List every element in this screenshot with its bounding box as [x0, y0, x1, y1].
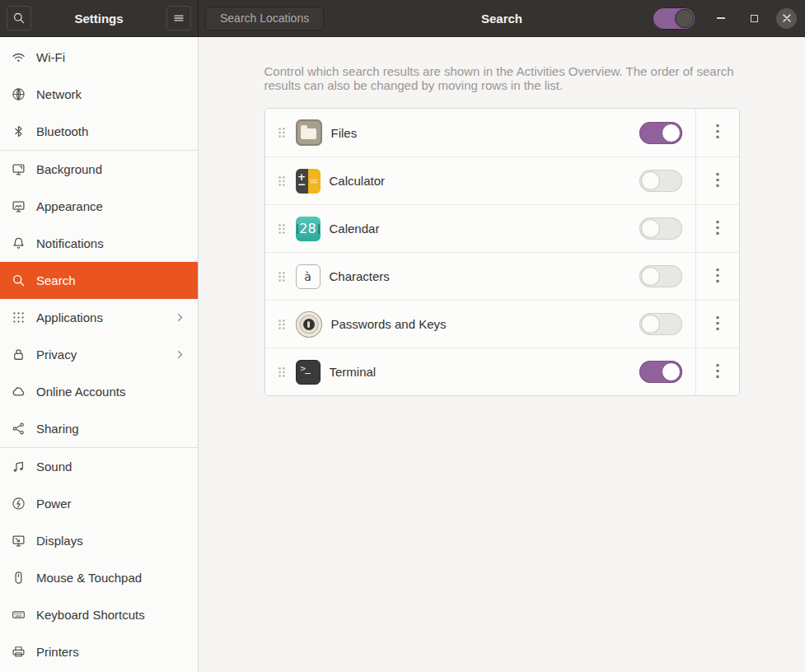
- headerbar-right: Search Locations Search: [199, 0, 805, 36]
- kebab-icon: [716, 221, 719, 237]
- switch-knob: [641, 315, 660, 334]
- row-menu-button[interactable]: [696, 301, 739, 348]
- kebab-icon: [716, 316, 719, 333]
- passwords-and-keys-app-icon: [296, 311, 322, 338]
- sidebar-item-privacy[interactable]: Privacy: [0, 336, 198, 373]
- search-row-calendar: 28 Calendar: [265, 204, 739, 252]
- settings-window: Settings Search Locations Search Wi-Fi N…: [0, 0, 805, 672]
- maximize-icon: [751, 15, 758, 22]
- minimize-button[interactable]: [710, 7, 732, 29]
- row-menu-button[interactable]: [696, 205, 739, 253]
- sound-icon: [12, 460, 26, 474]
- sidebar-item-online-accounts[interactable]: Online Accounts: [0, 373, 198, 410]
- switch-knob: [662, 124, 681, 142]
- drag-handle-icon[interactable]: [278, 318, 286, 331]
- sidebar-item-label: Displays: [36, 534, 83, 548]
- row-label: Terminal: [330, 365, 639, 379]
- sidebar-item-label: Keyboard Shortcuts: [36, 608, 145, 622]
- sidebar-item-label: Sound: [36, 460, 72, 474]
- master-search-switch[interactable]: [653, 7, 695, 30]
- sidebar-item-sound[interactable]: Sound: [0, 448, 198, 485]
- close-button[interactable]: [776, 8, 797, 29]
- notifications-icon: [12, 236, 26, 250]
- row-label: Calendar: [330, 222, 639, 236]
- sidebar-item-label: Power: [36, 497, 72, 511]
- wifi-icon: [12, 50, 26, 64]
- applications-icon: [12, 310, 26, 324]
- sidebar-item-bluetooth[interactable]: Bluetooth: [0, 113, 198, 150]
- sidebar-item-displays[interactable]: Displays: [0, 522, 198, 559]
- sidebar-item-mouse[interactable]: Mouse & Touchpad: [0, 559, 198, 596]
- search-row-characters: à Characters: [265, 252, 739, 300]
- content-area: Control which search results are shown i…: [199, 37, 805, 672]
- sidebar-item-label: Online Accounts: [36, 385, 125, 399]
- row-switch[interactable]: [639, 217, 682, 240]
- drag-handle-icon[interactable]: [278, 126, 286, 139]
- row-label: Files: [331, 126, 639, 140]
- drag-handle-icon[interactable]: [278, 270, 286, 283]
- sidebar-item-label: Network: [36, 87, 82, 101]
- sidebar-item-label: Sharing: [36, 422, 79, 436]
- sidebar-item-label: Search: [36, 273, 76, 287]
- row-switch[interactable]: [639, 313, 682, 335]
- drag-handle-icon[interactable]: [278, 175, 286, 188]
- window-body: Wi-Fi Network Bluetooth Background Appea…: [0, 37, 805, 672]
- search-icon: [12, 273, 26, 287]
- sidebar-item-appearance[interactable]: Appearance: [0, 188, 198, 225]
- displays-icon: [12, 534, 26, 548]
- sidebar-item-label: Printers: [36, 645, 79, 659]
- kebab-icon: [716, 364, 719, 380]
- row-switch[interactable]: [639, 361, 682, 383]
- sidebar-item-label: Applications: [36, 310, 103, 324]
- sidebar-item-label: Privacy: [36, 348, 77, 362]
- hamburger-icon: [172, 12, 185, 25]
- calculator-app-icon: +−=: [296, 169, 321, 194]
- headerbar: Settings Search Locations Search: [0, 0, 805, 37]
- sidebar-item-wifi[interactable]: Wi-Fi: [0, 39, 198, 76]
- sidebar-item-notifications[interactable]: Notifications: [0, 225, 198, 262]
- sidebar-item-sharing[interactable]: Sharing: [0, 410, 198, 447]
- sidebar-item-background[interactable]: Background: [0, 151, 198, 188]
- page-title: Search: [481, 12, 522, 26]
- row-menu-button[interactable]: [696, 348, 739, 396]
- power-icon: [12, 497, 26, 511]
- sidebar-item-network[interactable]: Network: [0, 76, 198, 113]
- sidebar-search-button[interactable]: [7, 6, 31, 30]
- appearance-icon: [12, 199, 26, 213]
- sidebar-item-keyboard[interactable]: Keyboard Shortcuts: [0, 596, 198, 633]
- printers-icon: [12, 645, 26, 659]
- switch-knob: [641, 171, 660, 190]
- maximize-button[interactable]: [743, 7, 765, 29]
- search-row-terminal: >_ Terminal: [265, 348, 739, 395]
- sidebar-item-applications[interactable]: Applications: [0, 299, 198, 336]
- switch-knob: [641, 219, 660, 238]
- sidebar-item-printers[interactable]: Printers: [0, 633, 198, 670]
- header-controls: [653, 7, 797, 30]
- row-menu-button[interactable]: [696, 109, 739, 156]
- row-switch[interactable]: [639, 265, 682, 287]
- sidebar-nav: Wi-Fi Network Bluetooth Background Appea…: [0, 37, 199, 672]
- bluetooth-icon: [12, 124, 26, 138]
- sidebar-item-power[interactable]: Power: [0, 485, 198, 522]
- privacy-icon: [12, 348, 26, 362]
- sidebar-item-label: Mouse & Touchpad: [36, 571, 142, 585]
- row-menu-button[interactable]: [696, 253, 739, 301]
- row-label: Passwords and Keys: [331, 317, 639, 331]
- row-menu-button[interactable]: [696, 157, 739, 205]
- primary-menu-button[interactable]: [166, 6, 191, 30]
- page-description: Control which search results are shown i…: [264, 64, 740, 92]
- sidebar-item-label: Appearance: [36, 199, 103, 213]
- search-row-passwords-and-keys: Passwords and Keys: [265, 300, 739, 348]
- search-row-calculator: +−= Calculator: [265, 156, 739, 204]
- chevron-right-icon: [174, 311, 186, 324]
- row-switch[interactable]: [639, 170, 682, 192]
- keyboard-icon: [12, 608, 26, 622]
- drag-handle-icon[interactable]: [278, 222, 286, 236]
- row-switch[interactable]: [639, 122, 682, 144]
- online-accounts-icon: [12, 385, 26, 399]
- drag-handle-icon[interactable]: [278, 366, 286, 379]
- close-icon: [783, 12, 791, 25]
- app-title: Settings: [74, 12, 123, 26]
- sidebar-item-search[interactable]: Search: [0, 262, 198, 299]
- search-locations-button[interactable]: Search Locations: [205, 7, 324, 30]
